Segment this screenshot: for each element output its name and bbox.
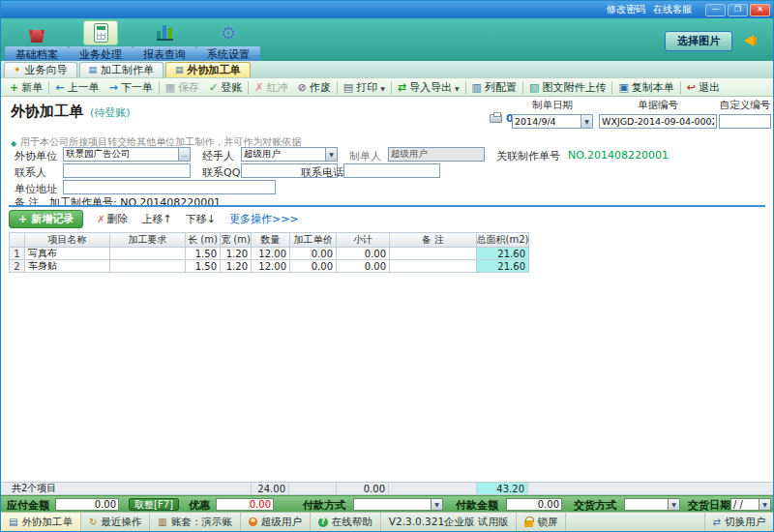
subtotal-cell[interactable]: 0.00	[337, 260, 390, 273]
horn-announcement-icon[interactable]	[744, 35, 754, 46]
online-help-button[interactable]: ?在线帮助	[311, 513, 381, 531]
maker-input	[388, 147, 485, 162]
book-icon	[158, 517, 166, 527]
doc-number-input[interactable]	[599, 114, 717, 129]
switch-user-button[interactable]: 切换用户	[704, 513, 773, 531]
quantity-cell[interactable]: 12.00	[252, 248, 290, 260]
add-record-button[interactable]: 新增记录	[9, 210, 83, 228]
requirement-cell[interactable]	[110, 248, 186, 260]
void-button[interactable]: 作废	[293, 79, 336, 96]
print-icon	[343, 82, 353, 93]
separator	[48, 81, 49, 94]
recent-operations-button[interactable]: 最近操作	[81, 513, 150, 531]
custom-number-input[interactable]	[719, 114, 771, 129]
post-button[interactable]: 登账	[204, 79, 247, 96]
printer-icon[interactable]	[490, 114, 502, 123]
delivery-date-picker[interactable]: / /▼	[730, 498, 771, 511]
unit-price-cell[interactable]: 0.00	[290, 248, 337, 260]
prev-order-button[interactable]: 上一单	[50, 79, 104, 96]
requirement-cell[interactable]	[110, 260, 186, 273]
subtotal-cell[interactable]: 0.00	[337, 248, 390, 260]
handler-dropdown-button[interactable]: ▼	[325, 147, 338, 162]
table-row: 1 写真布 1.50 1.20 12.00 0.00 0.00 21.60	[10, 248, 529, 260]
header-cell: 数量	[252, 233, 290, 248]
divider	[9, 205, 765, 207]
handler-label: 经手人	[202, 149, 234, 163]
remark-cell[interactable]	[390, 260, 477, 273]
tab-production-order[interactable]: 加工制作单	[79, 62, 164, 77]
outsourcing-unit-input[interactable]	[63, 147, 178, 162]
delivery-date-dropdown-button[interactable]: ▼	[759, 498, 771, 511]
maker-label: 制单人	[349, 149, 381, 163]
new-order-button[interactable]: 新单	[5, 79, 47, 96]
address-input[interactable]	[63, 180, 276, 194]
related-order-link[interactable]: NO.201408220001	[568, 149, 669, 162]
separator	[159, 81, 160, 94]
total-area-cell: 21.60	[477, 260, 529, 273]
move-down-button[interactable]: 下移↓	[186, 212, 216, 226]
pick-image-button[interactable]: 选择图片	[665, 31, 732, 51]
change-password-link[interactable]: 修改密码	[607, 3, 645, 16]
basket-icon	[27, 30, 46, 43]
statusbar-spacer	[566, 513, 703, 531]
import-export-button[interactable]: 导入导出	[393, 79, 464, 96]
delete-record-button[interactable]: 删除	[97, 212, 128, 226]
dropdown-caret-icon	[455, 81, 460, 94]
separator	[465, 81, 466, 94]
move-up-button[interactable]: 上移↑	[142, 212, 172, 226]
next-order-button[interactable]: 下一单	[104, 79, 157, 96]
nav-item-reports[interactable]: 报表查询	[133, 20, 196, 63]
handler-input[interactable]	[241, 147, 325, 162]
exit-button[interactable]: 退出	[682, 79, 725, 96]
contact-input[interactable]	[63, 163, 191, 178]
payable-label: 应付金额	[7, 498, 49, 513]
print-button[interactable]: 打印	[339, 79, 390, 96]
delivery-method-combo[interactable]: ▼	[624, 498, 680, 511]
nav-item-business[interactable]: 业务处理	[69, 20, 133, 63]
nav-item-settings[interactable]: ⚙ 系统设置	[196, 20, 260, 63]
table-row: 2 车身贴 1.50 1.20 12.00 0.00 0.00 21.60	[10, 260, 529, 273]
order-date-input[interactable]	[512, 114, 580, 129]
current-user-button[interactable]: 超级用户	[241, 513, 311, 531]
nav-item-basic-files[interactable]: 基础档案	[5, 20, 69, 63]
maximize-button[interactable]: ❐	[728, 4, 748, 16]
delivery-method-dropdown-button[interactable]: ▼	[668, 498, 680, 511]
diamond-icon	[11, 137, 16, 148]
quantity-cell[interactable]: 12.00	[252, 260, 290, 273]
tab-outsourcing-order[interactable]: 外协加工单	[165, 62, 251, 77]
item-name-cell[interactable]: 车身贴	[25, 260, 110, 273]
phone-input[interactable]	[343, 163, 440, 178]
pay-amount[interactable]: 0.00	[506, 498, 562, 511]
delivery-method-label: 交货方式	[574, 498, 616, 513]
new-icon	[10, 82, 18, 93]
online-support-link[interactable]: 在线客服	[653, 3, 692, 16]
lock-screen-button[interactable]: 锁屏	[517, 513, 566, 531]
post-check-icon	[209, 82, 218, 93]
copy-order-button[interactable]: 复制本单	[613, 79, 678, 96]
separator	[248, 81, 249, 94]
date-dropdown-button[interactable]: ▼	[580, 114, 593, 129]
discount-amount[interactable]: 0.00	[216, 498, 274, 511]
length-cell[interactable]: 1.50	[186, 248, 221, 260]
custom-number-label: 自定义编号	[719, 99, 771, 112]
unit-price-cell[interactable]: 0.00	[290, 260, 337, 273]
item-name-cell[interactable]: 写真布	[25, 248, 110, 260]
pay-method-combo[interactable]: ▼	[353, 498, 443, 511]
minimize-button[interactable]: —	[705, 4, 726, 16]
user-icon	[249, 517, 257, 526]
close-button[interactable]: ✕	[750, 4, 770, 16]
width-cell[interactable]: 1.20	[221, 260, 252, 273]
remark-cell[interactable]	[390, 248, 477, 260]
width-cell[interactable]: 1.20	[221, 248, 252, 260]
attachment-upload-button[interactable]: 图文附件上传	[524, 79, 610, 96]
column-config-button[interactable]: 列配置	[467, 79, 521, 96]
unit-lookup-button[interactable]: …	[178, 147, 191, 162]
length-cell[interactable]: 1.50	[186, 260, 221, 273]
recent-icon	[89, 517, 97, 527]
payable-amount[interactable]: 0.00	[55, 498, 119, 511]
pay-method-dropdown-button[interactable]: ▼	[431, 498, 443, 511]
round-button[interactable]: 取整[F7]	[129, 498, 179, 511]
tab-business-wizard[interactable]: 业务向导	[4, 62, 77, 77]
account-set-button[interactable]: 账套：演示账	[150, 513, 240, 531]
more-operations-link[interactable]: 更多操作>>>	[229, 212, 299, 226]
